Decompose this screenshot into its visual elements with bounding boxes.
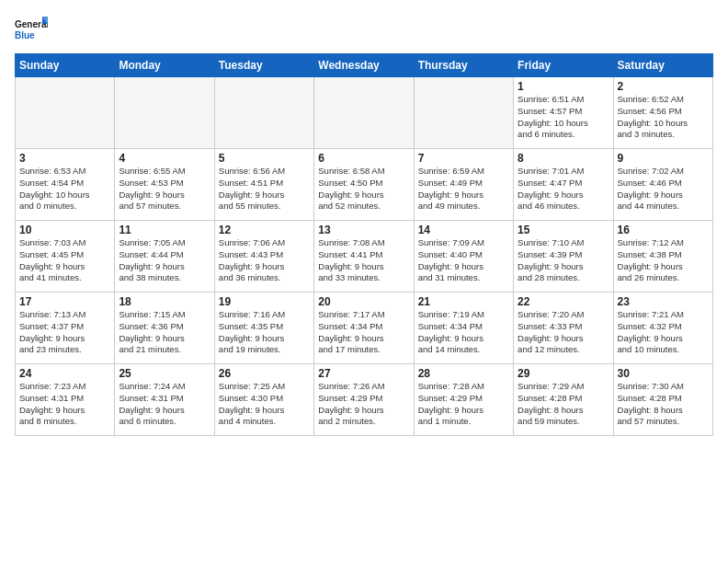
day-info: Sunrise: 6:59 AM Sunset: 4:49 PM Dayligh… — [418, 166, 509, 213]
day-info: Sunrise: 7:06 AM Sunset: 4:43 PM Dayligh… — [219, 237, 310, 284]
page-container: General Blue SundayMondayTuesdayWednesda… — [0, 0, 728, 443]
calendar-cell: 5Sunrise: 6:56 AM Sunset: 4:51 PM Daylig… — [214, 149, 313, 221]
day-number: 27 — [318, 367, 409, 380]
header: General Blue — [15, 11, 713, 48]
calendar-cell: 30Sunrise: 7:30 AM Sunset: 4:28 PM Dayli… — [613, 364, 712, 436]
weekday-header: Friday — [514, 54, 613, 77]
calendar-cell: 25Sunrise: 7:24 AM Sunset: 4:31 PM Dayli… — [115, 364, 214, 436]
day-info: Sunrise: 7:17 AM Sunset: 4:34 PM Dayligh… — [318, 309, 409, 356]
day-info: Sunrise: 7:26 AM Sunset: 4:29 PM Dayligh… — [318, 381, 409, 428]
day-number: 7 — [418, 152, 509, 165]
day-info: Sunrise: 6:58 AM Sunset: 4:50 PM Dayligh… — [318, 166, 409, 213]
day-info: Sunrise: 6:52 AM Sunset: 4:56 PM Dayligh… — [618, 94, 709, 141]
day-info: Sunrise: 7:19 AM Sunset: 4:34 PM Dayligh… — [418, 309, 509, 356]
day-info: Sunrise: 7:10 AM Sunset: 4:39 PM Dayligh… — [518, 237, 609, 284]
day-number: 19 — [219, 295, 310, 308]
day-info: Sunrise: 7:23 AM Sunset: 4:31 PM Dayligh… — [19, 381, 110, 428]
day-info: Sunrise: 7:20 AM Sunset: 4:33 PM Dayligh… — [518, 309, 609, 356]
logo: General Blue — [15, 15, 48, 48]
weekday-header: Saturday — [613, 54, 712, 77]
day-info: Sunrise: 6:53 AM Sunset: 4:54 PM Dayligh… — [19, 166, 110, 213]
day-info: Sunrise: 7:21 AM Sunset: 4:32 PM Dayligh… — [618, 309, 709, 356]
calendar-cell — [214, 77, 313, 149]
day-number: 1 — [518, 80, 609, 93]
day-number: 10 — [19, 224, 110, 236]
calendar-cell: 4Sunrise: 6:55 AM Sunset: 4:53 PM Daylig… — [115, 149, 214, 221]
day-number: 13 — [318, 224, 409, 236]
day-number: 16 — [618, 224, 709, 236]
calendar-cell: 26Sunrise: 7:25 AM Sunset: 4:30 PM Dayli… — [214, 364, 313, 436]
day-number: 30 — [618, 367, 709, 380]
day-number: 14 — [418, 224, 509, 236]
day-number: 5 — [219, 152, 310, 165]
calendar-cell: 18Sunrise: 7:15 AM Sunset: 4:36 PM Dayli… — [115, 293, 214, 364]
day-number: 22 — [518, 295, 609, 308]
svg-text:Blue: Blue — [15, 30, 35, 40]
day-info: Sunrise: 7:24 AM Sunset: 4:31 PM Dayligh… — [119, 381, 210, 428]
calendar-cell: 23Sunrise: 7:21 AM Sunset: 4:32 PM Dayli… — [613, 293, 712, 364]
calendar-cell: 12Sunrise: 7:06 AM Sunset: 4:43 PM Dayli… — [214, 221, 313, 293]
calendar-cell: 13Sunrise: 7:08 AM Sunset: 4:41 PM Dayli… — [314, 221, 414, 293]
calendar-week-row: 10Sunrise: 7:03 AM Sunset: 4:45 PM Dayli… — [16, 221, 713, 293]
day-number: 21 — [418, 295, 509, 308]
day-info: Sunrise: 6:56 AM Sunset: 4:51 PM Dayligh… — [219, 166, 310, 213]
weekday-header: Monday — [115, 54, 214, 77]
calendar-cell: 11Sunrise: 7:05 AM Sunset: 4:44 PM Dayli… — [115, 221, 214, 293]
calendar-cell: 14Sunrise: 7:09 AM Sunset: 4:40 PM Dayli… — [414, 221, 513, 293]
day-number: 20 — [318, 295, 409, 308]
weekday-header: Wednesday — [314, 54, 414, 77]
calendar-cell: 19Sunrise: 7:16 AM Sunset: 4:35 PM Dayli… — [214, 293, 313, 364]
calendar-cell: 15Sunrise: 7:10 AM Sunset: 4:39 PM Dayli… — [514, 221, 613, 293]
calendar-week-row: 24Sunrise: 7:23 AM Sunset: 4:31 PM Dayli… — [16, 364, 713, 436]
day-info: Sunrise: 6:55 AM Sunset: 4:53 PM Dayligh… — [119, 166, 210, 213]
day-number: 28 — [418, 367, 509, 380]
calendar-cell — [115, 77, 214, 149]
day-info: Sunrise: 7:08 AM Sunset: 4:41 PM Dayligh… — [318, 237, 409, 284]
calendar-cell: 17Sunrise: 7:13 AM Sunset: 4:37 PM Dayli… — [16, 293, 115, 364]
calendar-cell — [414, 77, 513, 149]
calendar-cell: 20Sunrise: 7:17 AM Sunset: 4:34 PM Dayli… — [314, 293, 414, 364]
calendar-cell — [16, 77, 115, 149]
calendar-cell: 27Sunrise: 7:26 AM Sunset: 4:29 PM Dayli… — [314, 364, 414, 436]
calendar-header-row: SundayMondayTuesdayWednesdayThursdayFrid… — [16, 54, 713, 77]
day-number: 29 — [518, 367, 609, 380]
calendar-week-row: 17Sunrise: 7:13 AM Sunset: 4:37 PM Dayli… — [16, 293, 713, 364]
calendar-cell: 7Sunrise: 6:59 AM Sunset: 4:49 PM Daylig… — [414, 149, 513, 221]
calendar-cell: 21Sunrise: 7:19 AM Sunset: 4:34 PM Dayli… — [414, 293, 513, 364]
calendar-cell: 16Sunrise: 7:12 AM Sunset: 4:38 PM Dayli… — [613, 221, 712, 293]
calendar-cell: 6Sunrise: 6:58 AM Sunset: 4:50 PM Daylig… — [314, 149, 414, 221]
weekday-header: Sunday — [16, 54, 115, 77]
weekday-header: Tuesday — [214, 54, 313, 77]
day-number: 11 — [119, 224, 210, 236]
day-info: Sunrise: 7:13 AM Sunset: 4:37 PM Dayligh… — [19, 309, 110, 356]
calendar-cell: 10Sunrise: 7:03 AM Sunset: 4:45 PM Dayli… — [16, 221, 115, 293]
day-number: 3 — [19, 152, 110, 165]
calendar-cell: 22Sunrise: 7:20 AM Sunset: 4:33 PM Dayli… — [514, 293, 613, 364]
day-number: 17 — [19, 295, 110, 308]
calendar-week-row: 3Sunrise: 6:53 AM Sunset: 4:54 PM Daylig… — [16, 149, 713, 221]
day-number: 4 — [119, 152, 210, 165]
calendar-cell: 8Sunrise: 7:01 AM Sunset: 4:47 PM Daylig… — [514, 149, 613, 221]
day-info: Sunrise: 7:12 AM Sunset: 4:38 PM Dayligh… — [618, 237, 709, 284]
day-info: Sunrise: 7:03 AM Sunset: 4:45 PM Dayligh… — [19, 237, 110, 284]
day-number: 2 — [618, 80, 709, 93]
day-info: Sunrise: 6:51 AM Sunset: 4:57 PM Dayligh… — [518, 94, 609, 141]
day-info: Sunrise: 7:05 AM Sunset: 4:44 PM Dayligh… — [119, 237, 210, 284]
calendar-cell: 1Sunrise: 6:51 AM Sunset: 4:57 PM Daylig… — [514, 77, 613, 149]
day-number: 6 — [318, 152, 409, 165]
day-info: Sunrise: 7:16 AM Sunset: 4:35 PM Dayligh… — [219, 309, 310, 356]
day-info: Sunrise: 7:28 AM Sunset: 4:29 PM Dayligh… — [418, 381, 509, 428]
day-info: Sunrise: 7:29 AM Sunset: 4:28 PM Dayligh… — [518, 381, 609, 428]
day-number: 15 — [518, 224, 609, 236]
calendar-cell: 28Sunrise: 7:28 AM Sunset: 4:29 PM Dayli… — [414, 364, 513, 436]
day-info: Sunrise: 7:09 AM Sunset: 4:40 PM Dayligh… — [418, 237, 509, 284]
day-number: 25 — [119, 367, 210, 380]
calendar-cell: 29Sunrise: 7:29 AM Sunset: 4:28 PM Dayli… — [514, 364, 613, 436]
calendar-cell: 3Sunrise: 6:53 AM Sunset: 4:54 PM Daylig… — [16, 149, 115, 221]
day-number: 8 — [518, 152, 609, 165]
day-number: 18 — [119, 295, 210, 308]
day-number: 24 — [19, 367, 110, 380]
day-info: Sunrise: 7:30 AM Sunset: 4:28 PM Dayligh… — [618, 381, 709, 428]
day-info: Sunrise: 7:25 AM Sunset: 4:30 PM Dayligh… — [219, 381, 310, 428]
logo-svg: General Blue — [15, 15, 48, 48]
